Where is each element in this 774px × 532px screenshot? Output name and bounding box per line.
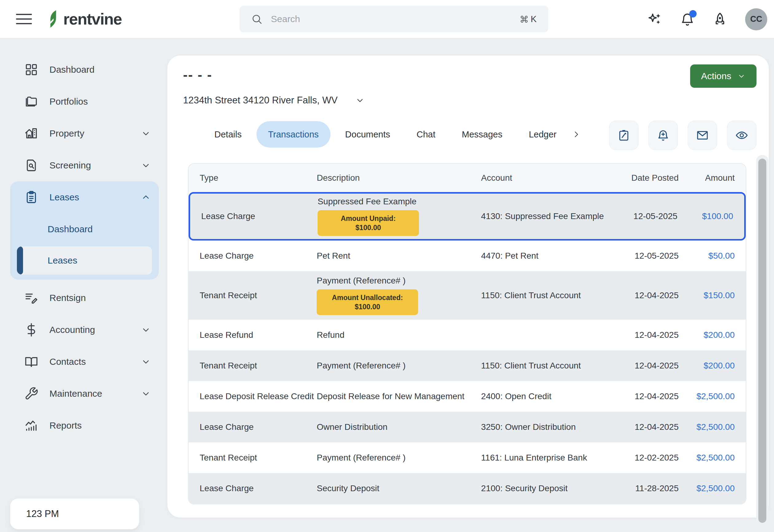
amount-link[interactable]: $100.00 bbox=[702, 211, 733, 221]
watch-button[interactable] bbox=[727, 121, 757, 150]
amount-link[interactable]: $200.00 bbox=[704, 330, 735, 340]
notifications-bell-icon[interactable] bbox=[680, 12, 695, 27]
tab-ledger[interactable]: Ledger bbox=[517, 121, 568, 148]
cell-account: 1150: Client Trust Account bbox=[481, 361, 621, 371]
sidebar-item-rentsign[interactable]: Rentsign bbox=[10, 282, 159, 314]
sidebar-subitem-leases-dashboard[interactable]: Dashboard bbox=[10, 213, 159, 245]
cell-type: Lease Charge bbox=[188, 422, 317, 432]
description-text: Pet Rent bbox=[317, 251, 475, 261]
topbar-actions: CC bbox=[648, 0, 767, 38]
hamburger-menu-icon[interactable] bbox=[16, 12, 34, 26]
cell-type: Lease Charge bbox=[188, 251, 317, 261]
amount-link[interactable]: $2,500.00 bbox=[696, 391, 735, 401]
table-row[interactable]: Tenant ReceiptPayment (Reference# )1161:… bbox=[188, 442, 746, 473]
sidebar-item-contacts[interactable]: Contacts bbox=[10, 346, 159, 378]
transactions-table: Type Description Account Date Posted Amo… bbox=[188, 163, 746, 504]
chevron-down-icon bbox=[141, 357, 151, 367]
search-icon bbox=[251, 13, 262, 25]
amount-link[interactable]: $2,500.00 bbox=[696, 453, 735, 462]
ai-sparkles-icon[interactable] bbox=[648, 12, 662, 27]
column-header-account: Account bbox=[481, 173, 621, 183]
envelope-icon bbox=[696, 129, 709, 142]
tab-chat[interactable]: Chat bbox=[405, 121, 447, 148]
rentvine-logo[interactable]: rentvine bbox=[46, 10, 122, 28]
dashboard-icon bbox=[24, 63, 38, 77]
rocket-icon[interactable] bbox=[713, 12, 727, 27]
sidebar-item-accounting[interactable]: Accounting bbox=[10, 314, 159, 346]
tab-documents[interactable]: Documents bbox=[334, 121, 402, 148]
edit-note-button[interactable] bbox=[609, 121, 639, 150]
command-icon bbox=[520, 15, 528, 23]
tab-details[interactable]: Details bbox=[203, 121, 254, 148]
table-row[interactable]: Lease ChargeSuppressed Fee ExampleAmount… bbox=[188, 192, 746, 241]
sidebar-item-portfolios[interactable]: Portfolios bbox=[10, 86, 159, 118]
address-chevron-down-icon[interactable] bbox=[355, 96, 365, 105]
table-row[interactable]: Lease ChargeSecurity Deposit2100: Securi… bbox=[188, 473, 746, 504]
cell-date-posted: 11-28-2025 bbox=[621, 484, 687, 493]
cell-description: Payment (Reference# ) bbox=[317, 453, 481, 463]
table-row[interactable]: Lease ChargeOwner Distribution3250: Owne… bbox=[188, 412, 746, 442]
amount-link[interactable]: $150.00 bbox=[704, 291, 735, 300]
sidebar-item-dashboard[interactable]: Dashboard bbox=[10, 54, 159, 86]
maintenance-icon bbox=[24, 387, 38, 401]
bell-plus-icon bbox=[657, 129, 670, 142]
table-row[interactable]: Tenant ReceiptPayment (Reference# )1150:… bbox=[188, 350, 746, 381]
amount-link[interactable]: $200.00 bbox=[704, 361, 735, 370]
table-row[interactable]: Lease Deposit Release CreditDeposit Rele… bbox=[188, 381, 746, 412]
property-address: 1234th Street 34120 River Falls, WV bbox=[183, 95, 338, 106]
column-header-amount: Amount bbox=[687, 173, 746, 183]
scrollbar-thumb[interactable] bbox=[758, 159, 766, 523]
cell-date-posted: 12-04-2025 bbox=[621, 391, 687, 401]
cell-amount: $200.00 bbox=[687, 361, 746, 371]
scrollbar-track[interactable] bbox=[756, 155, 768, 530]
cell-date-posted: 12-04-2025 bbox=[621, 291, 687, 300]
cell-type: Tenant Receipt bbox=[188, 453, 317, 463]
sidebar: Dashboard Portfolios Property Screening … bbox=[0, 38, 167, 532]
amount-link[interactable]: $2,500.00 bbox=[696, 422, 735, 432]
cell-description: Owner Distribution bbox=[317, 422, 481, 432]
table-row[interactable]: Lease RefundRefund12-04-2025$200.00 bbox=[188, 320, 746, 350]
tab-messages[interactable]: Messages bbox=[450, 121, 514, 148]
cell-amount: $2,500.00 bbox=[687, 453, 746, 463]
chevron-down-icon bbox=[141, 129, 151, 138]
search-bar[interactable]: K bbox=[240, 6, 548, 32]
description-text: Owner Distribution bbox=[317, 422, 475, 432]
amount-link[interactable]: $2,500.00 bbox=[696, 484, 735, 493]
table-row[interactable]: Tenant ReceiptPayment (Reference# )Amoun… bbox=[188, 271, 746, 320]
column-header-date-posted: Date Posted bbox=[621, 173, 687, 183]
actions-button[interactable]: Actions bbox=[690, 64, 757, 88]
sidebar-item-maintenance[interactable]: Maintenance bbox=[10, 378, 159, 410]
brand-name: rentvine bbox=[63, 10, 122, 28]
sidebar-item-property[interactable]: Property bbox=[10, 118, 159, 149]
cell-amount: $2,500.00 bbox=[687, 391, 746, 401]
cell-description: Suppressed Fee ExampleAmount Unpaid:$100… bbox=[318, 197, 481, 236]
user-avatar[interactable]: CC bbox=[745, 8, 767, 30]
email-button[interactable] bbox=[688, 121, 717, 150]
chevron-down-icon bbox=[141, 325, 151, 335]
sidebar-group-leases: Leases Dashboard Leases bbox=[10, 181, 159, 279]
sidebar-item-screening[interactable]: Screening bbox=[10, 149, 159, 181]
accounting-icon bbox=[24, 323, 38, 337]
cell-amount: $2,500.00 bbox=[687, 484, 746, 493]
table-row[interactable]: Lease ChargePet Rent4470: Pet Rent12-05-… bbox=[188, 241, 746, 271]
sidebar-item-leases[interactable]: Leases bbox=[10, 181, 159, 213]
cell-account: 2400: Open Credit bbox=[481, 391, 621, 401]
sidebar-time-card: 123 PM bbox=[10, 499, 139, 529]
search-input[interactable] bbox=[271, 14, 511, 24]
amount-link[interactable]: $50.00 bbox=[708, 251, 735, 260]
tabs-overflow-chevron-right-icon[interactable] bbox=[572, 130, 580, 139]
sidebar-item-reports[interactable]: Reports bbox=[10, 410, 159, 441]
cell-date-posted: 12-04-2025 bbox=[621, 330, 687, 340]
tab-transactions[interactable]: Transactions bbox=[257, 121, 331, 148]
portfolios-icon bbox=[24, 94, 38, 109]
chevron-down-icon bbox=[141, 389, 151, 399]
add-reminder-button[interactable] bbox=[648, 121, 678, 150]
cell-type: Tenant Receipt bbox=[188, 361, 317, 371]
column-header-description: Description bbox=[317, 173, 481, 183]
search-shortcut: K bbox=[520, 14, 536, 24]
cell-amount: $50.00 bbox=[687, 251, 746, 261]
description-text: Security Deposit bbox=[317, 484, 475, 493]
sidebar-subitem-leases-leases[interactable]: Leases bbox=[17, 246, 152, 275]
screening-icon bbox=[24, 158, 38, 172]
cell-description: Deposit Release for New Management bbox=[317, 391, 481, 401]
